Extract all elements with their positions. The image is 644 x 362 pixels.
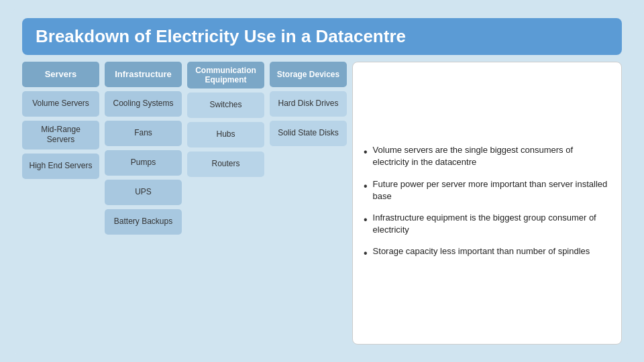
infra-item-2: Pumps (105, 150, 182, 176)
comm-item-2: Routers (187, 152, 264, 177)
servers-item-0: Volume Servers (22, 91, 99, 117)
bullet-dot-2: • (364, 213, 368, 227)
content-area: Servers Volume Servers Mid-Range Servers… (22, 62, 622, 345)
comm-item-1: Hubs (187, 122, 264, 147)
storage-header: Storage Devices (270, 62, 347, 87)
infra-item-4: Battery Backups (105, 209, 182, 235)
comm-item-0: Switches (187, 93, 264, 118)
bullet-2: • Infrastructure equipment is the bigges… (364, 212, 610, 236)
infra-item-3: UPS (105, 180, 182, 205)
storage-item-0: Hard Disk Drives (270, 91, 347, 117)
bullet-1: • Future power per server more important… (364, 178, 610, 202)
servers-item-2: High End Servers (22, 154, 99, 179)
bullet-dot-3: • (364, 246, 368, 261)
columns-section: Servers Volume Servers Mid-Range Servers… (22, 62, 347, 345)
slide-title: Breakdown of Electricity Use in a Datace… (36, 26, 608, 47)
infra-item-0: Cooling Systems (105, 91, 182, 117)
bullet-dot-0: • (364, 145, 368, 160)
storage-item-1: Solid State Disks (270, 121, 347, 146)
infrastructure-column: Infrastructure Cooling Systems Fans Pump… (105, 62, 182, 345)
infra-item-1: Fans (105, 121, 182, 146)
communication-column: Communication Equipment Switches Hubs Ro… (187, 62, 264, 345)
servers-header: Servers (22, 62, 99, 87)
communication-header: Communication Equipment (187, 62, 264, 88)
bullet-3: • Storage capacity less important than n… (364, 245, 610, 261)
slide: Breakdown of Electricity Use in a Datace… (10, 9, 634, 354)
bullet-0: • Volume servers are the single biggest … (364, 144, 610, 168)
title-bar: Breakdown of Electricity Use in a Datace… (22, 18, 622, 55)
bullets-section: • Volume servers are the single biggest … (352, 62, 622, 345)
bullet-dot-1: • (364, 179, 368, 194)
infrastructure-header: Infrastructure (105, 62, 182, 87)
servers-column: Servers Volume Servers Mid-Range Servers… (22, 62, 99, 345)
servers-item-1: Mid-Range Servers (22, 121, 99, 149)
storage-column: Storage Devices Hard Disk Drives Solid S… (270, 62, 347, 345)
